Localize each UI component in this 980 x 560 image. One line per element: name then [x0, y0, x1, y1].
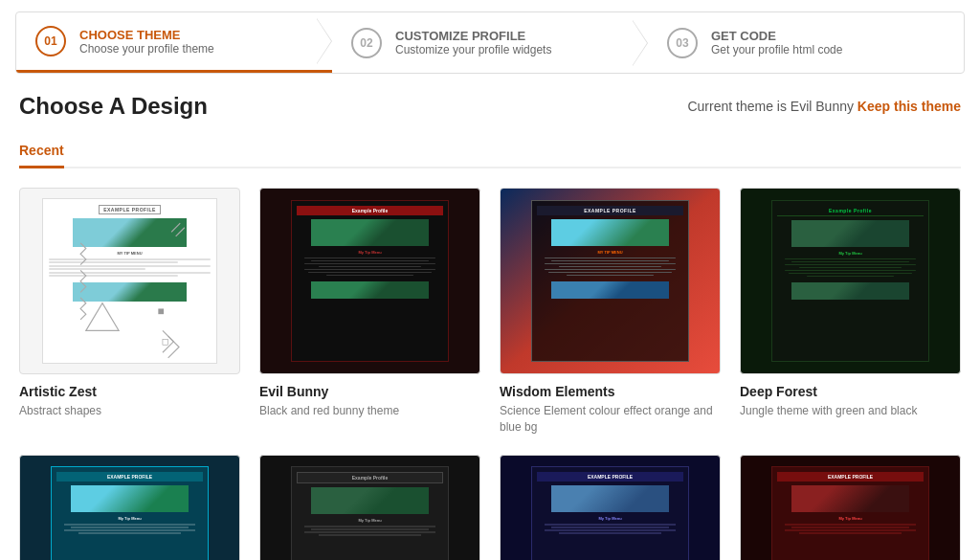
artistic-menu: MY TIP MENU	[117, 251, 142, 256]
theme-name-artistic: Artistic Zest	[19, 384, 240, 399]
theme-desc-forest: Jungle theme with green and black	[740, 403, 961, 419]
theme-thumb-navy: EXAMPLE PROFILE My Tip Menu	[500, 455, 721, 560]
theme-thumb-darkred: EXAMPLE PROFILE My Tip Menu	[740, 455, 961, 560]
step-circle-2: 02	[351, 28, 382, 58]
wizard-step-1[interactable]: 01 CHOOSE THEME Choose your profile them…	[16, 12, 332, 73]
artistic-img	[73, 218, 186, 247]
tab-recent[interactable]: Recent	[19, 135, 64, 168]
evil-inner: Example Profile My Tip Menu	[291, 200, 449, 363]
theme-card-dark[interactable]: Example Profile My Tip Menu	[259, 455, 480, 560]
dark-menu: My Tip Menu	[358, 518, 381, 523]
wisdom-menu: MY TIP MENU	[597, 250, 622, 255]
step-circle-3: 03	[667, 28, 698, 58]
dark-img	[311, 487, 428, 514]
forest-menu: My Tip Menu	[838, 251, 861, 256]
current-theme-text: Current theme is Evil Bunny	[687, 99, 854, 114]
step-text-2: CUSTOMIZE PROFILE Customize your profile…	[395, 29, 551, 56]
teal-img	[71, 485, 188, 512]
theme-desc-evil: Black and red bunny theme	[259, 403, 480, 419]
step-desc-3: Get your profile html code	[711, 43, 842, 56]
dark-inner: Example Profile My Tip Menu	[291, 466, 449, 560]
svg-rect-2	[158, 308, 164, 314]
wizard-steps: 01 CHOOSE THEME Choose your profile them…	[15, 11, 965, 74]
forest-inner: Example Profile My Tip Menu	[771, 200, 929, 363]
theme-thumb-wisdom: EXAMPLE PROFILE MY TIP MENU	[500, 188, 721, 374]
artistic-label: EXAMPLE PROFILE	[99, 205, 161, 214]
evil-img	[311, 219, 428, 246]
step-title-2: CUSTOMIZE PROFILE	[395, 29, 551, 43]
step-desc-1: Choose your profile theme	[79, 42, 214, 56]
tabs-bar: Recent	[19, 135, 961, 168]
teal-header: EXAMPLE PROFILE	[56, 472, 203, 482]
forest-img	[791, 220, 908, 247]
themes-grid-row2: EXAMPLE PROFILE My Tip Menu Example Prof…	[19, 455, 961, 560]
navy-header: EXAMPLE PROFILE	[537, 472, 683, 482]
theme-thumb-artistic: EXAMPLE PROFILE MY TIP MENU	[19, 188, 240, 374]
theme-card-navy[interactable]: EXAMPLE PROFILE My Tip Menu	[500, 455, 721, 560]
step-text-1: CHOOSE THEME Choose your profile theme	[79, 28, 214, 56]
forest-header: Example Profile	[777, 206, 924, 216]
theme-card-evil[interactable]: Example Profile My Tip Menu Evil Bunny B…	[259, 188, 480, 436]
wizard-step-3[interactable]: 03 GET CODE Get your profile html code	[648, 12, 964, 73]
evil-header: Example Profile	[297, 206, 443, 215]
darkred-menu: My Tip Menu	[838, 516, 861, 521]
evil-menu: My Tip Menu	[358, 250, 381, 255]
step-desc-2: Customize your profile widgets	[395, 43, 551, 56]
dark-header: Example Profile	[297, 472, 443, 483]
theme-name-wisdom: Wisdom Elements	[500, 384, 721, 399]
wisdom-img	[551, 219, 668, 246]
theme-card-teal[interactable]: EXAMPLE PROFILE My Tip Menu	[19, 455, 240, 560]
theme-card-forest[interactable]: Example Profile My Tip Menu Deep Forest …	[740, 188, 961, 436]
theme-name-forest: Deep Forest	[740, 384, 961, 399]
artistic-lines	[49, 258, 211, 279]
wisdom-header: EXAMPLE PROFILE	[537, 206, 683, 215]
darkred-img	[791, 485, 908, 512]
theme-name-evil: Evil Bunny	[259, 384, 480, 399]
step-text-3: GET CODE Get your profile html code	[711, 29, 842, 56]
theme-card-wisdom[interactable]: EXAMPLE PROFILE MY TIP MENU Wisdom Eleme…	[500, 188, 721, 436]
wizard-step-2[interactable]: 02 CUSTOMIZE PROFILE Customize your prof…	[332, 12, 648, 73]
artistic-inner: EXAMPLE PROFILE MY TIP MENU	[42, 198, 217, 365]
svg-rect-3	[163, 339, 168, 345]
step-title-1: CHOOSE THEME	[79, 28, 214, 42]
page-header: Choose A Design Current theme is Evil Bu…	[19, 93, 961, 120]
theme-card-darkred[interactable]: EXAMPLE PROFILE My Tip Menu	[740, 455, 961, 560]
navy-menu: My Tip Menu	[598, 516, 621, 521]
teal-inner: EXAMPLE PROFILE My Tip Menu	[51, 466, 209, 560]
current-theme-info: Current theme is Evil Bunny Keep this th…	[687, 99, 961, 114]
page-content: Choose A Design Current theme is Evil Bu…	[0, 74, 980, 560]
theme-card-artistic[interactable]: EXAMPLE PROFILE MY TIP MENU Artisti	[19, 188, 240, 436]
step-circle-1: 01	[35, 26, 66, 56]
theme-thumb-dark: Example Profile My Tip Menu	[259, 455, 480, 560]
page-title: Choose A Design	[19, 93, 208, 120]
theme-desc-artistic: Abstract shapes	[19, 403, 240, 419]
theme-thumb-forest: Example Profile My Tip Menu	[740, 188, 961, 374]
theme-thumb-teal: EXAMPLE PROFILE My Tip Menu	[19, 455, 240, 560]
navy-img	[551, 485, 668, 512]
darkred-header: EXAMPLE PROFILE	[777, 472, 924, 482]
step-title-3: GET CODE	[711, 29, 842, 43]
darkred-inner: EXAMPLE PROFILE My Tip Menu	[771, 466, 929, 560]
teal-menu: My Tip Menu	[118, 516, 141, 521]
svg-marker-4	[86, 302, 119, 330]
artistic-img2	[73, 282, 186, 302]
theme-thumb-evil: Example Profile My Tip Menu	[259, 188, 480, 374]
themes-grid: EXAMPLE PROFILE MY TIP MENU Artisti	[19, 188, 961, 436]
keep-theme-link[interactable]: Keep this theme	[858, 99, 961, 114]
navy-inner: EXAMPLE PROFILE My Tip Menu	[531, 466, 689, 560]
theme-desc-wisdom: Science Element colour effect orange and…	[500, 403, 721, 436]
wisdom-inner: EXAMPLE PROFILE MY TIP MENU	[531, 200, 689, 363]
